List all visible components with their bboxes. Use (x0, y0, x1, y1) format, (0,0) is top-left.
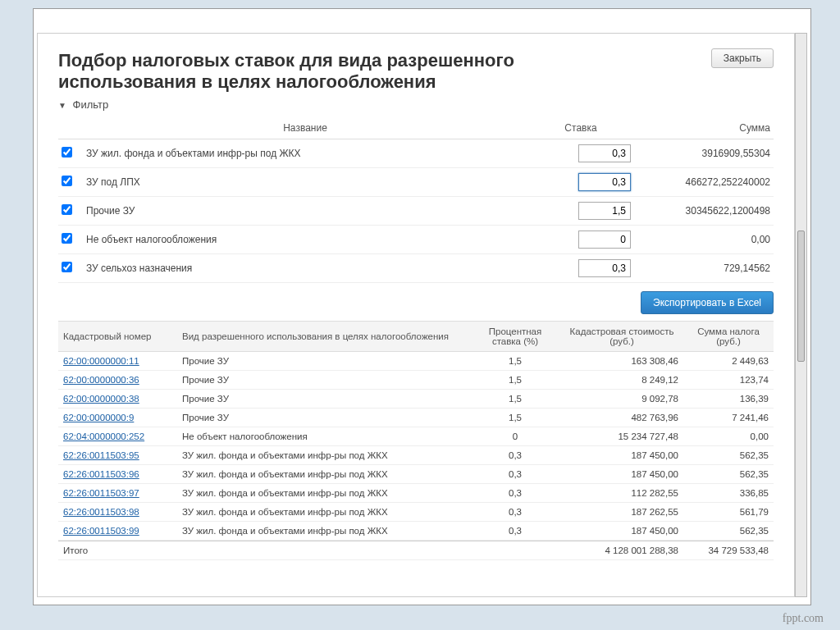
cadastral-link[interactable]: 62:26:0011503:97 (63, 488, 139, 498)
rate-row-name: ЗУ жил. фонда и объектами инфр-ры под ЖК… (83, 139, 527, 168)
tax-cell: 562,35 (683, 522, 774, 541)
col-cadastral-cost[interactable]: Кадастровая стоимость (руб.) (560, 321, 683, 352)
rate-row: ЗУ под ЛПХ466272,252240002 (58, 168, 774, 197)
rate-cell: 0,3 (470, 465, 560, 484)
row-checkbox[interactable] (62, 147, 72, 158)
page-title: Подбор налоговых ставок для вида разреше… (58, 50, 649, 94)
close-button[interactable]: Закрыть (711, 48, 774, 68)
filter-toggle[interactable]: ▼ Фильтр (58, 98, 774, 111)
rate-row-name: ЗУ сельхоз назначения (83, 254, 527, 283)
cadastral-link[interactable]: 62:04:0000000:252 (63, 431, 144, 441)
footer-brand: fppt.com (783, 612, 824, 625)
tax-cell: 2 449,63 (683, 352, 774, 371)
chevron-down-icon: ▼ (58, 101, 66, 110)
table-row: 62:26:0011503:98ЗУ жил. фонда и объектам… (58, 503, 774, 522)
cost-cell: 187 450,00 (560, 446, 683, 465)
rate-row-name: Прочие ЗУ (83, 197, 527, 226)
rate-input[interactable] (578, 231, 631, 249)
tax-cell: 7 241,46 (683, 409, 774, 427)
cost-cell: 482 763,96 (560, 409, 683, 427)
cadastral-link[interactable]: 62:26:0011503:95 (63, 450, 139, 460)
rate-cell: 0,3 (470, 503, 560, 522)
table-row: 62:26:0011503:97ЗУ жил. фонда и объектам… (58, 484, 774, 503)
table-row: 62:00:0000000:38Прочие ЗУ1,59 092,78136,… (58, 390, 774, 409)
usage-cell: ЗУ жил. фонда и объектами инфр-ры под ЖК… (177, 522, 470, 541)
table-row: 62:04:0000000:252Не объект налогообложен… (58, 427, 774, 446)
cost-cell: 112 282,55 (560, 484, 683, 503)
usage-cell: ЗУ жил. фонда и объектами инфр-ры под ЖК… (177, 484, 470, 503)
tax-cell: 136,39 (683, 390, 774, 409)
table-row: 62:00:0000000:11Прочие ЗУ1,5163 308,462 … (58, 352, 774, 371)
cadastral-link[interactable]: 62:26:0011503:98 (63, 507, 139, 517)
tax-cell: 562,35 (683, 446, 774, 465)
usage-cell: Прочие ЗУ (177, 371, 470, 390)
export-excel-button[interactable]: Экспортировать в Excel (641, 291, 774, 314)
rate-row: ЗУ сельхоз назначения729,14562 (58, 254, 774, 283)
tax-cell: 0,00 (683, 427, 774, 446)
rate-cell: 0,3 (470, 522, 560, 541)
usage-cell: ЗУ жил. фонда и объектами инфр-ры под ЖК… (177, 503, 470, 522)
rate-row-name: ЗУ под ЛПХ (83, 168, 527, 197)
col-percent-rate[interactable]: Процентная ставка (%) (470, 321, 560, 352)
tax-cell: 562,35 (683, 465, 774, 484)
rate-row-sum: 30345622,1200498 (634, 197, 774, 226)
rate-cell: 0,3 (470, 484, 560, 503)
rate-row-sum: 466272,252240002 (634, 168, 774, 197)
tax-cell: 123,74 (683, 371, 774, 390)
usage-cell: Прочие ЗУ (177, 409, 470, 427)
table-row: 62:26:0011503:96ЗУ жил. фонда и объектам… (58, 465, 774, 484)
col-usage-type[interactable]: Вид разрешенного использования в целях н… (177, 321, 470, 352)
row-checkbox[interactable] (62, 233, 72, 244)
rate-cell: 1,5 (470, 390, 560, 409)
cost-cell: 163 308,46 (560, 352, 683, 371)
rate-row-sum: 729,14562 (634, 254, 774, 283)
usage-cell: Не объект налогообложения (177, 427, 470, 446)
total-cost: 4 128 001 288,38 (560, 541, 683, 560)
table-row: 62:00:0000000:36Прочие ЗУ1,58 249,12123,… (58, 371, 774, 390)
tax-cell: 561,79 (683, 503, 774, 522)
cadastral-link[interactable]: 62:26:0011503:96 (63, 469, 139, 479)
scrollbar-vertical[interactable] (795, 33, 807, 597)
rate-filter-table: Название Ставка Сумма ЗУ жил. фонда и об… (58, 117, 774, 283)
rate-row-name: Не объект налогообложения (83, 226, 527, 254)
cadastral-link[interactable]: 62:00:0000000:9 (63, 413, 134, 422)
cost-cell: 15 234 727,48 (560, 427, 683, 446)
table-row: 62:00:0000000:9Прочие ЗУ1,5482 763,967 2… (58, 409, 774, 427)
rate-input[interactable] (578, 259, 631, 277)
rate-row: Прочие ЗУ30345622,1200498 (58, 197, 774, 226)
rate-input[interactable] (578, 202, 631, 220)
col-name: Название (83, 117, 527, 139)
rate-input[interactable] (578, 173, 631, 191)
cost-cell: 187 450,00 (560, 465, 683, 484)
cost-cell: 9 092,78 (560, 390, 683, 409)
usage-cell: ЗУ жил. фонда и объектами инфр-ры под ЖК… (177, 465, 470, 484)
total-label: Итого (58, 541, 470, 560)
cadastral-link[interactable]: 62:26:0011503:99 (63, 526, 139, 536)
row-checkbox[interactable] (62, 176, 72, 186)
col-tax-sum[interactable]: Сумма налога (руб.) (683, 321, 774, 352)
results-table: Кадастровый номер Вид разрешенного испол… (58, 321, 774, 560)
rate-cell: 1,5 (470, 409, 560, 427)
rate-row: ЗУ жил. фонда и объектами инфр-ры под ЖК… (58, 139, 774, 168)
table-row: 62:26:0011503:95ЗУ жил. фонда и объектам… (58, 446, 774, 465)
cost-cell: 187 450,00 (560, 522, 683, 541)
rate-row: Не объект налогообложения0,00 (58, 226, 774, 254)
cadastral-link[interactable]: 62:00:0000000:11 (63, 356, 139, 366)
filter-label: Фильтр (73, 98, 109, 111)
modal-panel: Закрыть Подбор налоговых ставок для вида… (37, 33, 795, 597)
rate-input[interactable] (578, 144, 631, 162)
rate-cell: 0 (470, 427, 560, 446)
total-tax: 34 729 533,48 (683, 541, 774, 560)
rate-cell: 1,5 (470, 352, 560, 371)
cadastral-link[interactable]: 62:00:0000000:36 (63, 375, 139, 385)
col-cadastral-number[interactable]: Кадастровый номер (58, 321, 177, 352)
usage-cell: Прочие ЗУ (177, 352, 470, 371)
cost-cell: 187 262,55 (560, 503, 683, 522)
rate-row-sum: 3916909,55304 (634, 139, 774, 168)
scrollbar-thumb[interactable] (797, 231, 805, 362)
row-checkbox[interactable] (62, 262, 72, 272)
col-sum: Сумма (634, 117, 774, 139)
row-checkbox[interactable] (62, 204, 72, 215)
col-rate: Ставка (527, 117, 634, 139)
cadastral-link[interactable]: 62:00:0000000:38 (63, 394, 139, 404)
